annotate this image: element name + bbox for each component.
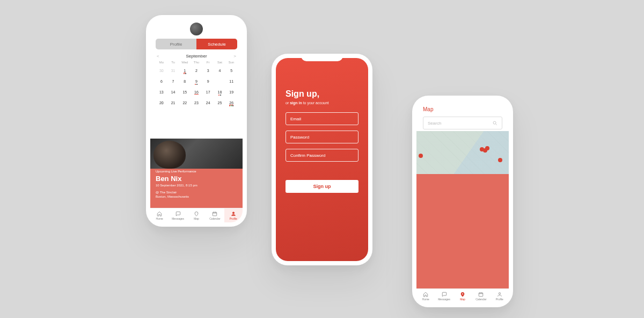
svg-line-7	[496, 124, 497, 125]
search-icon	[492, 120, 497, 126]
phone-notch	[301, 54, 343, 61]
calendar-day[interactable]: 19	[225, 88, 237, 98]
calendar-day[interactable]: 8	[179, 77, 191, 88]
nav-label: Home	[422, 298, 429, 301]
profile-icon	[497, 292, 502, 297]
nav-label: Map	[194, 217, 199, 220]
calendar-day[interactable]: 21	[167, 98, 179, 109]
nav-map[interactable]: Map	[453, 289, 472, 303]
calendar-icon	[212, 211, 217, 216]
phone-map-screen: Map Search HomeMessagesMapCalendarProfil…	[416, 100, 509, 303]
calendar-day[interactable]: 10	[214, 77, 226, 88]
phone-calendar-screen: Profile Schedule < September > MoTuWedTh…	[150, 19, 243, 222]
nav-home[interactable]: Home	[150, 208, 169, 222]
next-month-button[interactable]: >	[233, 54, 236, 59]
nav-messages[interactable]: Messages	[169, 208, 187, 222]
svg-point-6	[493, 121, 496, 124]
email-field[interactable]: Email	[286, 112, 358, 125]
calendar-week: 678991011	[150, 77, 243, 88]
event-venue: @ The Sinclair	[156, 190, 237, 194]
calendar-day[interactable]: 4	[214, 66, 226, 77]
event-city: Boston, Massachusetts	[156, 194, 237, 199]
svg-point-0	[196, 213, 197, 214]
month-label: September	[186, 54, 207, 59]
map-pin[interactable]	[498, 158, 502, 162]
calendar-grid: 3031123456789910111314151617181920212223…	[150, 66, 243, 109]
svg-point-8	[462, 293, 463, 294]
tab-profile[interactable]: Profile	[156, 39, 196, 49]
calendar-icon	[478, 292, 484, 297]
search-placeholder: Search	[428, 121, 441, 126]
password-field[interactable]: Password	[286, 131, 358, 143]
calendar-day[interactable]: 31	[167, 66, 179, 77]
calendar-day[interactable]: 3	[202, 66, 214, 77]
calendar-day[interactable]: 26	[225, 98, 237, 109]
svg-rect-1	[213, 212, 217, 216]
nav-home[interactable]: Home	[416, 289, 435, 303]
upcoming-event-card[interactable]: Upcoming Live Performance Ben Nix 10 Sep…	[150, 139, 243, 208]
nav-messages[interactable]: Messages	[435, 289, 453, 303]
event-body: Upcoming Live Performance Ben Nix 10 Sep…	[156, 170, 237, 199]
event-artist-name: Ben Nix	[156, 175, 237, 183]
search-input[interactable]: Search	[423, 117, 502, 129]
svg-rect-9	[479, 293, 484, 297]
calendar-day[interactable]: 11	[225, 77, 237, 88]
calendar-day[interactable]: 30	[156, 66, 167, 77]
map-icon	[460, 292, 465, 297]
nav-label: Messages	[172, 217, 184, 220]
calendar-day[interactable]: 25	[214, 98, 226, 109]
nav-label: Map	[460, 298, 465, 301]
map-pin[interactable]	[485, 146, 489, 150]
calendar-day[interactable]: 7	[167, 77, 179, 88]
map-icon	[194, 211, 199, 216]
signup-title: Sign up,	[286, 89, 358, 99]
nav-label: Calendar	[209, 217, 220, 220]
calendar-day[interactable]: 14	[167, 88, 179, 98]
calendar-day[interactable]: 6	[156, 77, 167, 88]
nav-map[interactable]: Map	[187, 208, 206, 222]
prev-month-button[interactable]: <	[157, 54, 159, 59]
nav-label: Home	[156, 217, 163, 220]
avatar[interactable]	[190, 23, 203, 35]
event-dots	[179, 73, 191, 74]
nav-profile[interactable]: Profile	[491, 289, 509, 303]
weekday-label: Sat	[214, 59, 226, 66]
calendar-day[interactable]: 20	[156, 98, 167, 109]
calendar-day[interactable]: 17	[202, 88, 214, 98]
signup-button[interactable]: Sign up	[286, 180, 358, 193]
calendar-day[interactable]: 2	[191, 66, 202, 77]
calendar-day[interactable]: 15	[179, 88, 191, 98]
calendar-day[interactable]: 22	[179, 98, 191, 109]
event-datetime: 10 September 2021, 8:15 pm	[156, 184, 237, 187]
phone-calendar-mock: Profile Schedule < September > MoTuWedTh…	[146, 15, 247, 227]
calendar-day[interactable]: 1	[179, 66, 191, 77]
map-results-panel[interactable]	[416, 174, 509, 289]
subtitle-prefix: or	[286, 101, 290, 105]
calendar-day[interactable]: 9	[202, 77, 214, 88]
nav-calendar[interactable]: Calendar	[206, 208, 224, 222]
map-pin[interactable]	[419, 154, 423, 158]
calendar-day[interactable]: 24	[202, 98, 214, 109]
signup-subtitle: or sign in to your account	[286, 101, 358, 105]
tab-schedule[interactable]: Schedule	[196, 39, 237, 49]
phone-signup-mock: Sign up, or sign in to your account Emai…	[272, 54, 372, 265]
event-artist-photo	[150, 139, 243, 169]
confirm-password-field[interactable]: Confirm Password	[286, 149, 358, 162]
bottom-nav: HomeMessagesMapCalendarProfile	[150, 208, 243, 222]
map-canvas[interactable]	[416, 131, 509, 174]
calendar-day[interactable]: 9	[191, 77, 202, 88]
nav-profile[interactable]: Profile	[224, 208, 243, 222]
calendar-day[interactable]: 23	[191, 98, 202, 109]
nav-calendar[interactable]: Calendar	[472, 289, 490, 303]
home-icon	[157, 211, 162, 216]
nav-label: Messages	[438, 298, 450, 301]
calendar-week: 13141516171819	[150, 88, 243, 98]
calendar-day[interactable]: 13	[156, 88, 167, 98]
calendar-day[interactable]: 18	[214, 88, 226, 98]
calendar-day[interactable]: 16	[191, 88, 202, 98]
event-dots	[225, 105, 237, 106]
nav-label: Calendar	[475, 298, 486, 301]
phone-signup-screen: Sign up, or sign in to your account Emai…	[276, 58, 368, 261]
signin-link[interactable]: sign in	[290, 101, 302, 105]
calendar-day[interactable]: 5	[225, 66, 237, 77]
